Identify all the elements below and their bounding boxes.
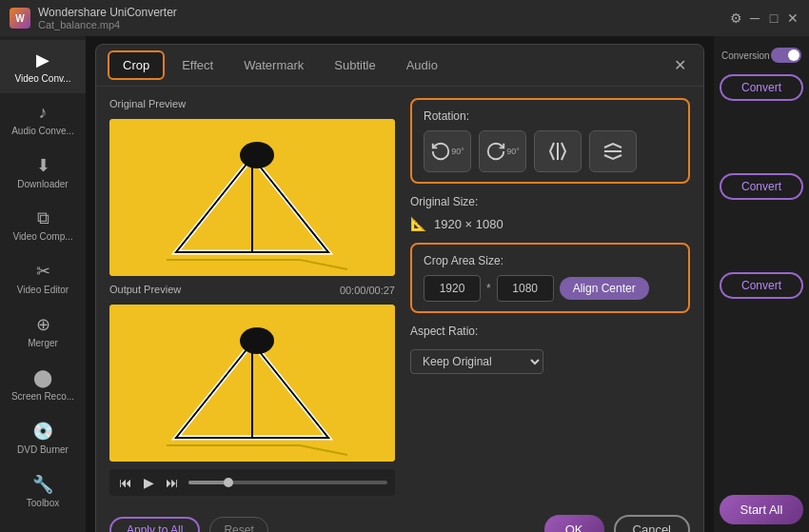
dialog-close-button[interactable]: ✕ (668, 54, 692, 76)
original-preview-svg (109, 119, 395, 276)
rotate-cw-button[interactable]: 90° (479, 130, 526, 172)
aspect-ratio-select[interactable]: Keep Original 16:9 4:3 1:1 9:16 (410, 349, 543, 374)
convert-button-3[interactable]: Convert (720, 272, 803, 299)
tab-effect[interactable]: Effect (168, 52, 227, 78)
size-value: 1920 × 1080 (434, 217, 503, 231)
aspect-ratio-label: Aspect Ratio: (410, 325, 690, 338)
middle-content: Crop Effect Watermark Subtitle Audio ✕ O… (86, 36, 714, 532)
dvd-burner-icon: 💿 (6, 421, 80, 442)
rotate-cw-icon (485, 141, 506, 162)
original-size-section: Original Size: 📐 1920 × 1080 (410, 195, 690, 231)
output-preview-label: Output Preview (109, 284, 181, 295)
sidebar-item-label: Screen Reco... (6, 391, 80, 402)
dialog-overlay: Crop Effect Watermark Subtitle Audio ✕ O… (86, 36, 714, 532)
video-editor-icon: ✂ (6, 261, 80, 282)
rewind-button[interactable]: ⏮ (117, 473, 134, 492)
right-panel-header: Conversion (720, 44, 803, 67)
toolbox-icon: 🔧 (6, 474, 80, 495)
dialog-header: Crop Effect Watermark Subtitle Audio ✕ (96, 45, 703, 87)
right-panel: Conversion Convert Convert Convert Start… (714, 36, 809, 532)
sidebar-item-label: Merger (6, 338, 80, 348)
settings-icon[interactable]: ⚙ (729, 11, 742, 25)
sidebar-item-downloader[interactable]: ⬇ Downloader (0, 146, 86, 199)
sidebar-item-audio-convert[interactable]: ♪ Audio Conve... (0, 93, 86, 146)
play-button[interactable]: ▶ (142, 473, 156, 492)
video-compress-icon: ⧉ (6, 208, 80, 228)
sidebar-item-toolbox[interactable]: 🔧 Toolbox (0, 464, 86, 518)
flip-h-icon (546, 140, 569, 163)
sidebar-item-dvd-burner[interactable]: 💿 DVD Burner (0, 411, 86, 464)
body-row: ▶ Video Conv... ♪ Audio Conve... ⬇ Downl… (0, 36, 809, 532)
titlebar-controls: ⚙ ─ □ ✕ (729, 11, 799, 25)
sidebar-item-label: DVD Burner (6, 444, 80, 455)
app-logo: W (10, 8, 30, 29)
flip-vertical-button[interactable] (589, 130, 637, 172)
screen-record-icon: ⬤ (6, 367, 80, 388)
sidebar-item-label: Video Comp... (6, 231, 80, 242)
app-container: W Wondershare UniConverter Cat_balance.m… (0, 0, 809, 532)
rotate-ccw-button[interactable]: 90° (424, 130, 471, 172)
dialog-body: Original Preview (96, 87, 703, 507)
tab-crop[interactable]: Crop (108, 50, 165, 80)
flip-v-icon (602, 140, 624, 163)
progress-bar[interactable] (188, 481, 387, 484)
sidebar-item-label: Audio Conve... (6, 126, 80, 136)
conversion-toggle[interactable] (771, 48, 801, 63)
edit-dialog: Crop Effect Watermark Subtitle Audio ✕ O… (95, 44, 704, 532)
flip-horizontal-button[interactable] (534, 130, 582, 172)
sidebar-item-label: Toolbox (6, 498, 80, 508)
reset-button[interactable]: Reset (209, 517, 267, 533)
forward-button[interactable]: ⏭ (164, 473, 181, 492)
preview-section: Original Preview (109, 98, 395, 496)
tab-subtitle[interactable]: Subtitle (321, 52, 388, 78)
size-row: 📐 1920 × 1080 (410, 216, 690, 231)
tab-audio[interactable]: Audio (393, 52, 451, 78)
svg-point-11 (240, 327, 274, 354)
original-size-label: Original Size: (410, 195, 690, 208)
audio-convert-icon: ♪ (6, 103, 80, 123)
convert-button-2[interactable]: Convert (720, 173, 803, 200)
cancel-button[interactable]: Cancel (614, 515, 690, 532)
crop-inputs: * Align Center (424, 275, 677, 302)
rotate-ccw-icon (430, 141, 451, 162)
crop-width-input[interactable] (424, 275, 481, 302)
sidebar-item-library[interactable]: 📚 (0, 525, 86, 532)
sidebar-item-screen-record[interactable]: ⬤ Screen Reco... (0, 358, 86, 411)
app-filename: Cat_balance.mp4 (38, 19, 177, 30)
conversion-label: Conversion (721, 50, 770, 61)
sidebar-item-video-convert[interactable]: ▶ Video Conv... (0, 40, 86, 93)
apply-to-all-button[interactable]: Apply to All (109, 517, 200, 533)
sidebar-item-label: Video Editor (6, 285, 80, 295)
titlebar: W Wondershare UniConverter Cat_balance.m… (0, 0, 809, 36)
crop-separator: * (486, 282, 491, 295)
tabs: Crop Effect Watermark Subtitle Audio (108, 50, 668, 80)
sidebar-item-video-compress[interactable]: ⧉ Video Comp... (0, 199, 86, 251)
toggle-knob (788, 49, 799, 61)
rotation-box: Rotation: 90° (410, 98, 690, 184)
convert-button-1[interactable]: Convert (720, 74, 803, 101)
progress-thumb (224, 478, 233, 487)
start-all-button[interactable]: Start All (720, 495, 803, 524)
minimize-button[interactable]: ─ (748, 11, 761, 25)
output-preview-svg (109, 305, 395, 462)
progress-fill (188, 481, 228, 484)
ok-button[interactable]: OK (544, 515, 604, 532)
app-title: Wondershare UniConverter (38, 6, 177, 19)
dialog-footer: Apply to All Reset OK Cancel (96, 507, 703, 532)
controls-section: Rotation: 90° (410, 98, 690, 496)
tab-watermark[interactable]: Watermark (230, 52, 317, 78)
video-controls: ⏮ ▶ ⏭ (109, 469, 395, 496)
align-center-button[interactable]: Align Center (560, 277, 649, 300)
sidebar-item-video-editor[interactable]: ✂ Video Editor (0, 251, 86, 305)
merger-icon: ⊕ (6, 314, 80, 335)
rotation-label: Rotation: (424, 109, 677, 123)
close-button[interactable]: ✕ (786, 11, 799, 25)
sidebar-item-merger[interactable]: ⊕ Merger (0, 305, 86, 358)
video-convert-icon: ▶ (6, 49, 80, 70)
sidebar-item-label: Video Conv... (6, 73, 80, 84)
rotation-buttons: 90° 90° (424, 130, 677, 172)
output-header: Output Preview 00:00/00:27 (109, 284, 395, 297)
svg-point-4 (240, 142, 274, 168)
crop-height-input[interactable] (497, 275, 554, 302)
maximize-button[interactable]: □ (767, 11, 780, 25)
